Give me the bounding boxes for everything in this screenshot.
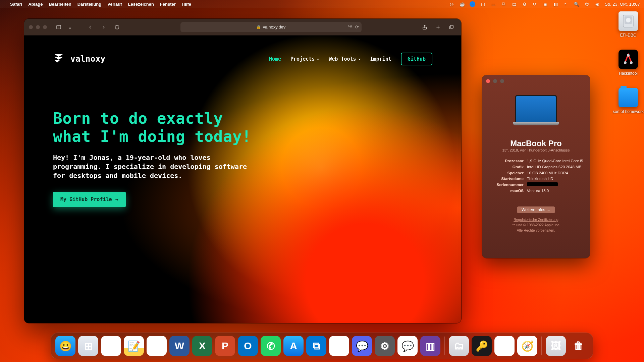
drive-icon — [619, 11, 638, 31]
dock-appstore[interactable]: A — [283, 336, 304, 356]
menubar-app-name[interactable]: Safari — [10, 2, 22, 7]
label-cpu: Prozessor — [489, 158, 524, 164]
dock-safari[interactable]: 🧭 — [517, 336, 537, 356]
tablet-icon[interactable]: ▢ — [480, 1, 486, 7]
dock-visualstudio[interactable]: ∞ — [329, 336, 349, 356]
dock-jetbrains[interactable]: ▥ — [420, 336, 440, 356]
screenmirror-icon[interactable]: ⧉ — [501, 1, 506, 7]
sidebar-toggle[interactable] — [54, 23, 64, 32]
dock-separator — [541, 337, 542, 355]
more-info-button[interactable]: Weitere Infos … — [517, 206, 555, 213]
control-center-icon[interactable]: ⏣ — [584, 1, 590, 7]
reload-icon[interactable]: ⟳ — [355, 24, 359, 29]
dock-teamviewer[interactable]: ↔ — [494, 336, 515, 356]
menubar-item-lesezeichen[interactable]: Lesezeichen — [128, 2, 154, 7]
stage-icon[interactable]: ▤ — [511, 1, 517, 7]
nav-home[interactable]: Home — [269, 56, 281, 62]
cc-icon[interactable]: ◎ — [449, 1, 454, 7]
dock-preview[interactable]: 🖼 — [546, 336, 566, 356]
nav-projects[interactable]: Projects — [290, 56, 319, 62]
svg-point-8 — [630, 61, 633, 64]
dock-launchpad[interactable]: ⊞ — [78, 336, 98, 356]
dock-photos[interactable]: ❋ — [147, 336, 167, 356]
menubar-item-hilfe[interactable]: Hilfe — [182, 2, 191, 7]
hero-title: Born to do exactly what I'm doing today! — [53, 109, 261, 146]
display-icon[interactable]: ▭ — [490, 1, 496, 7]
close-button[interactable] — [29, 25, 33, 29]
dock-whatsapp[interactable]: ✆ — [261, 336, 281, 356]
siri-icon[interactable]: ◉ — [594, 1, 600, 7]
dock-vscode[interactable]: ⧉ — [306, 336, 326, 356]
tab-overview-chevron-icon[interactable]: ⌄ — [67, 23, 72, 32]
amphetamine-icon[interactable]: ☕ — [459, 1, 465, 7]
dock-folder1[interactable]: 🗂 — [449, 336, 469, 356]
menubar-item-darstellung[interactable]: Darstellung — [77, 2, 102, 7]
dock-discord[interactable]: 💬 — [352, 336, 372, 356]
dock-trash[interactable]: 🗑 — [569, 336, 589, 356]
value-mem: 16 GB 2400 MHz DDR4 — [527, 170, 583, 176]
dock-messages[interactable]: 💬 — [397, 336, 418, 356]
desktop-icon-label: EFI-DBG — [610, 33, 644, 38]
tv-icon[interactable]: ▣ — [542, 1, 548, 7]
dock-settings[interactable]: ⚙ — [375, 336, 395, 356]
menubar-clock[interactable]: So. 23. Okt. 18:07 — [605, 2, 640, 7]
svg-rect-0 — [57, 25, 61, 29]
desktop-icon-label: Hackintool — [610, 71, 644, 76]
messenger-icon[interactable]: ~ — [470, 1, 475, 7]
menubar-item-verlauf[interactable]: Verlauf — [107, 2, 122, 7]
gear-icon[interactable]: ⚙ — [522, 1, 527, 7]
menubar-item-ablage[interactable]: Ablage — [28, 2, 43, 7]
desktop-icon-hackintool[interactable]: Hackintool — [610, 50, 644, 76]
regulatory-link[interactable]: Regulatorische Zertifizierung — [482, 217, 590, 223]
dock-excel[interactable]: X — [192, 336, 212, 356]
spotlight-icon[interactable]: 🔍 — [574, 1, 579, 7]
value-gpu: Intel HD Graphics 620 2048 MB — [527, 164, 583, 170]
translate-icon[interactable]: ᴬA — [348, 24, 352, 29]
value-start: Thinkintosh HD — [527, 176, 583, 182]
zoom-button[interactable] — [500, 79, 504, 83]
zoom-button[interactable] — [43, 25, 47, 29]
nav-webtools[interactable]: Web Tools — [329, 56, 361, 62]
desktop-icon-efi-dbg[interactable]: EFI-DBG — [610, 11, 644, 38]
site-nav: Home Projects Web Tools Imprint GitHub — [269, 53, 432, 65]
sync-icon[interactable]: ⟳ — [532, 1, 538, 7]
menubar-item-fenster[interactable]: Fenster — [160, 2, 176, 7]
desktop-icon-homework-folder[interactable]: sort of homework — [610, 88, 644, 114]
dock-1password[interactable]: 🔑 — [472, 336, 492, 356]
cta-label: My GitHub Profile — [60, 196, 112, 202]
brand-text: valnoxy — [70, 54, 106, 64]
folder-icon — [619, 88, 638, 107]
minimize-button[interactable] — [493, 79, 497, 83]
menubar-item-bearbeiten[interactable]: Bearbeiten — [49, 2, 71, 7]
close-button[interactable] — [486, 79, 490, 83]
battery-icon[interactable]: ▮▯ — [553, 1, 558, 7]
safari-toolbar: ⌄ 🔒 valnoxy.dev ᴬA ⟳ — [24, 19, 461, 36]
new-tab-button[interactable] — [433, 23, 443, 32]
about-footer: Regulatorische Zertifizierung ™ und © 19… — [482, 217, 590, 233]
dock-word[interactable]: W — [169, 336, 190, 356]
dock: 😀⊞◉📝❋WXPO✆A⧉∞💬⚙💬▥🗂🔑↔🧭🖼🗑 — [51, 333, 593, 359]
copyright-text: ™ und © 1983-2022 Apple Inc. — [482, 223, 590, 228]
dock-powerpoint[interactable]: P — [215, 336, 235, 356]
dock-chrome[interactable]: ◉ — [101, 336, 121, 356]
back-button[interactable] — [85, 23, 95, 32]
wifi-icon[interactable]: ᯤ — [563, 1, 569, 7]
nav-imprint[interactable]: Imprint — [370, 56, 391, 62]
minimize-button[interactable] — [36, 25, 40, 29]
github-profile-button[interactable]: My GitHub Profile → — [53, 192, 126, 207]
nav-github[interactable]: GitHub — [401, 53, 432, 65]
tabs-overview-button[interactable] — [446, 23, 457, 32]
forward-button[interactable] — [99, 23, 109, 32]
menubar: Safari Ablage Bearbeiten Darstellung Ver… — [0, 0, 644, 8]
dock-notes[interactable]: 📝 — [124, 336, 144, 356]
hero-section: Born to do exactly what I'm doing today!… — [53, 109, 261, 207]
site-brand[interactable]: valnoxy — [53, 52, 106, 66]
desktop-icon-label: sort of homework — [610, 109, 644, 114]
share-button[interactable] — [420, 23, 430, 32]
label-mem: Speicher — [489, 170, 524, 176]
dock-outlook[interactable]: O — [238, 336, 258, 356]
dock-finder[interactable]: 😀 — [55, 336, 75, 356]
privacy-report-icon[interactable] — [112, 23, 122, 32]
valnoxy-logo-icon — [53, 52, 64, 66]
address-bar[interactable]: 🔒 valnoxy.dev ᴬA ⟳ — [180, 22, 362, 32]
